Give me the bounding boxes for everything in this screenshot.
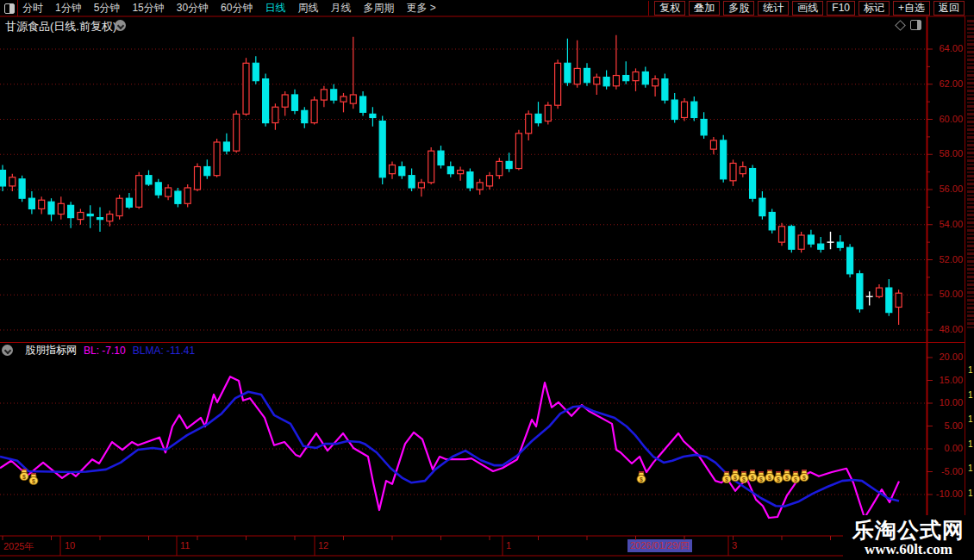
candlesticks bbox=[0, 35, 902, 325]
candle bbox=[175, 188, 181, 207]
candle bbox=[574, 40, 580, 88]
chevron-down-icon[interactable] bbox=[115, 20, 126, 31]
candle bbox=[633, 68, 639, 90]
candle bbox=[721, 135, 727, 183]
svg-text:$: $ bbox=[759, 476, 763, 483]
candle bbox=[87, 205, 93, 227]
candle bbox=[565, 39, 571, 86]
candle bbox=[282, 91, 288, 116]
svg-text:$: $ bbox=[768, 475, 771, 482]
candle bbox=[223, 134, 229, 154]
candle bbox=[195, 163, 201, 191]
candle bbox=[789, 225, 795, 253]
candle bbox=[302, 107, 308, 128]
candle bbox=[779, 223, 785, 246]
candle bbox=[798, 232, 804, 252]
candle bbox=[438, 146, 444, 168]
candle bbox=[39, 196, 45, 214]
sidebar-rank-digit: 1 bbox=[968, 365, 973, 375]
candle bbox=[642, 66, 648, 87]
candle bbox=[340, 93, 347, 112]
candle bbox=[837, 235, 843, 251]
indicator-name: 股朋指标网 bbox=[25, 343, 77, 358]
candle bbox=[603, 70, 609, 89]
candle bbox=[19, 176, 25, 202]
candle bbox=[652, 76, 659, 96]
svg-text:$: $ bbox=[734, 475, 737, 482]
candle bbox=[866, 291, 873, 305]
money-bag-icon: $ bbox=[637, 472, 646, 483]
money-bag-icon: $ bbox=[740, 472, 748, 483]
candle bbox=[409, 169, 415, 191]
candle bbox=[311, 96, 317, 125]
candle bbox=[0, 165, 6, 191]
candle bbox=[146, 171, 152, 186]
money-bag-icon: $ bbox=[800, 470, 809, 482]
indicator-header: 股朋指标网 BL: -7.10 BLMA: -11.41 bbox=[0, 344, 195, 357]
candle bbox=[584, 63, 590, 85]
chart-canvas[interactable]: $$$$$$$$$$$$$ bbox=[0, 0, 974, 560]
candle bbox=[116, 195, 122, 220]
candle bbox=[331, 84, 337, 103]
stock-title: 甘源食品(日线.前复权) bbox=[5, 19, 116, 34]
candle bbox=[379, 115, 385, 184]
pane-icon[interactable] bbox=[910, 20, 921, 30]
candle bbox=[165, 184, 172, 200]
candle bbox=[526, 110, 532, 140]
watermark: 乐淘公式网 www.60lt.com bbox=[843, 515, 974, 560]
right-sidebar-strip[interactable]: 111111 bbox=[965, 16, 974, 560]
bl-value: BL: -7.10 bbox=[84, 345, 126, 357]
candle bbox=[458, 167, 464, 181]
blma-value: BLMA: -11.41 bbox=[133, 345, 195, 357]
money-bag-icon: $ bbox=[748, 470, 757, 482]
candle bbox=[759, 191, 765, 220]
watermark-site-name: 乐淘公式网 bbox=[852, 519, 965, 541]
sidebar-vertical-text bbox=[967, 20, 974, 330]
candle bbox=[253, 56, 259, 84]
candle bbox=[691, 96, 697, 121]
candle bbox=[28, 191, 34, 214]
bl-line bbox=[0, 376, 899, 518]
candle bbox=[623, 61, 629, 84]
candle bbox=[613, 35, 619, 90]
money-bag-icon: $ bbox=[722, 472, 731, 483]
candle bbox=[68, 202, 74, 228]
candle bbox=[847, 244, 853, 277]
candle bbox=[360, 91, 366, 116]
candle bbox=[350, 37, 356, 109]
candle bbox=[545, 102, 551, 124]
candle bbox=[263, 74, 269, 127]
candle bbox=[515, 130, 521, 171]
money-bag-icon: $ bbox=[29, 474, 38, 485]
candle bbox=[243, 58, 249, 115]
money-bag-icon: $ bbox=[783, 470, 791, 482]
candle bbox=[594, 74, 600, 95]
sidebar-rank-digit: 1 bbox=[968, 464, 973, 473]
sidebar-rank-digit: 1 bbox=[968, 414, 973, 424]
candle bbox=[886, 279, 892, 316]
candle bbox=[78, 208, 84, 224]
frame-lines bbox=[0, 16, 974, 556]
candle bbox=[701, 112, 707, 139]
svg-text:$: $ bbox=[22, 474, 26, 481]
candle bbox=[204, 159, 210, 178]
candle bbox=[447, 161, 453, 177]
money-bag-icon: $ bbox=[731, 470, 740, 482]
candle bbox=[671, 93, 677, 123]
candle bbox=[506, 152, 512, 171]
candle bbox=[496, 158, 503, 178]
candle bbox=[399, 161, 405, 178]
candle bbox=[730, 159, 736, 186]
candle bbox=[184, 184, 190, 207]
candle bbox=[107, 210, 113, 226]
chevron-down-icon[interactable] bbox=[2, 345, 13, 356]
svg-text:$: $ bbox=[802, 475, 806, 482]
candle bbox=[214, 139, 220, 177]
money-bag-icon: $ bbox=[791, 472, 800, 483]
candle bbox=[555, 59, 561, 109]
candle bbox=[321, 86, 327, 107]
money-bag-icon: $ bbox=[757, 472, 765, 483]
candle bbox=[418, 179, 424, 196]
chart-title-row: 甘源食品(日线.前复权) bbox=[0, 17, 927, 33]
candle bbox=[535, 102, 541, 127]
